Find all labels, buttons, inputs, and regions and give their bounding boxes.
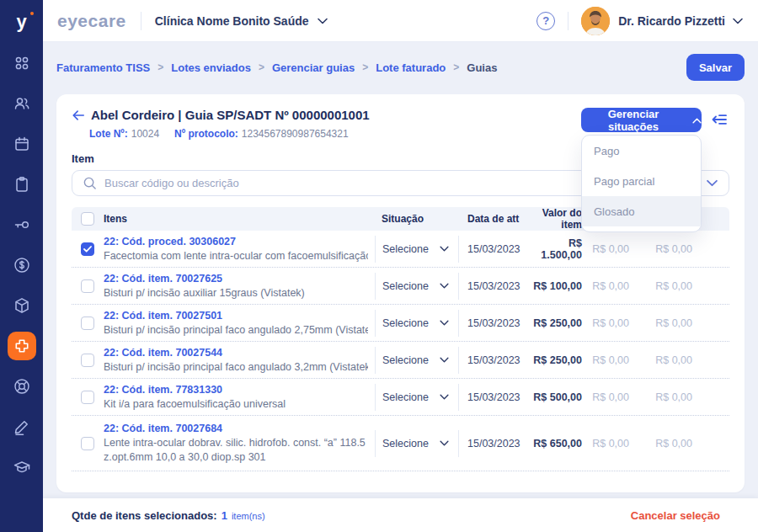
item-description: Bisturi p/ incisão principal faco angula…: [104, 360, 368, 375]
app-window: y: [0, 0, 758, 532]
topbar: eyecare Clínica Nome Bonito Saúde ? Dr. …: [43, 0, 758, 42]
item-description: Bisturi p/ incisão auxiliar 15graus (Vis…: [104, 286, 368, 301]
situation-select[interactable]: Selecione: [375, 273, 459, 300]
situation-option-glosado[interactable]: Glosado: [582, 196, 701, 226]
row-checkbox[interactable]: [81, 437, 94, 450]
sidebar-item-agenda[interactable]: [0, 124, 43, 164]
glossed-value: R$ 0,00: [641, 317, 729, 329]
chevron-down-icon: [440, 320, 449, 326]
glossed-value: R$ 0,00: [641, 280, 729, 292]
update-date: 15/03/2023: [459, 280, 531, 292]
row-checkbox[interactable]: [81, 279, 94, 293]
sidebar-item-records[interactable]: [0, 164, 43, 205]
save-button[interactable]: Salvar: [686, 54, 745, 81]
paid-value: R$ 0,00: [590, 317, 641, 329]
selected-count-value: 1: [222, 509, 227, 522]
sidebar-item-stock[interactable]: [0, 285, 43, 326]
items-table: Itens Situação Data de att Valor do item…: [72, 207, 729, 471]
table-row: 22: Cód. item. 70027501Bisturi p/ incisã…: [72, 305, 729, 342]
cancel-selection-link[interactable]: Cancelar seleção: [631, 509, 720, 522]
row-checkbox[interactable]: [81, 317, 94, 330]
lote-value: 10024: [131, 128, 159, 140]
chevron-down-icon: [440, 246, 449, 252]
situation-select[interactable]: Selecione: [375, 347, 459, 374]
glossed-value: R$ 0,00: [641, 354, 729, 366]
chevron-down-icon: [318, 18, 328, 24]
glossed-value: R$ 0,00: [641, 391, 729, 403]
sidebar-item-support[interactable]: [0, 366, 43, 407]
search-icon: [83, 176, 97, 190]
chevron-down-icon[interactable]: [707, 179, 718, 187]
update-date: 15/03/2023: [459, 391, 531, 403]
sidebar-item-billing-active[interactable]: [0, 326, 43, 366]
help-icon[interactable]: ?: [536, 12, 555, 30]
situation-select-value: Selecione: [382, 438, 429, 450]
breadcrumb-faturamento-tiss[interactable]: Faturamento TISS: [56, 61, 150, 74]
update-date: 15/03/2023: [459, 354, 531, 366]
breadcrumb-gerenciar-guias[interactable]: Gerenciar guias: [272, 61, 355, 74]
chevron-down-icon: [733, 18, 743, 24]
row-checkbox[interactable]: [81, 242, 94, 256]
item-value: R$ 500,00: [531, 391, 590, 403]
chevron-down-icon: [440, 440, 449, 446]
row-checkbox[interactable]: [81, 391, 94, 404]
manage-situations-button[interactable]: Gerenciar situações: [581, 108, 702, 132]
selection-footer: Qtde de itens selecionados: 1 item(ns) C…: [43, 498, 758, 532]
back-arrow-icon[interactable]: [72, 109, 85, 122]
support-lifebuoy-icon: [13, 377, 31, 396]
package-box-icon: [13, 296, 31, 315]
item-value: R$ 250,00: [531, 354, 590, 366]
breadcrumb-separator: >: [259, 61, 264, 73]
medical-cross-icon: [14, 338, 29, 354]
item-code: 22: Cód. item. 70027544: [104, 346, 368, 360]
chevron-down-icon: [440, 357, 449, 363]
update-date: 15/03/2023: [459, 438, 531, 450]
calendar-icon: [13, 135, 31, 153]
item-value: R$ 250,00: [531, 317, 590, 329]
breadcrumb-lotes-enviados[interactable]: Lotes enviados: [171, 61, 251, 74]
user-name: Dr. Ricardo Pizzetti: [618, 14, 725, 28]
selected-count-unit: item(ns): [232, 511, 265, 521]
topbar-divider: [568, 12, 568, 30]
page-title: Abel Cordeiro | Guia SP/SADT Nº 00000001…: [91, 108, 370, 122]
sidebar-item-academy[interactable]: [0, 447, 43, 487]
logo-accent-dot: [30, 12, 34, 15]
apps-grid-icon: [13, 54, 31, 72]
sidebar-item-patients[interactable]: [0, 83, 43, 124]
situation-select-value: Selecione: [382, 317, 429, 329]
select-all-checkbox[interactable]: [81, 212, 94, 226]
chevron-up-icon: [692, 114, 702, 126]
row-checkbox[interactable]: [81, 354, 94, 367]
sidebar-item-financial[interactable]: [0, 245, 43, 285]
breadcrumb-separator: >: [362, 61, 368, 73]
update-date: 15/03/2023: [459, 243, 531, 255]
situation-select[interactable]: Selecione: [375, 236, 459, 263]
item-code: 22: Cód. item. 70027501: [104, 309, 368, 323]
breadcrumb: Faturamento TISS > Lotes enviados > Gere…: [56, 61, 497, 74]
sidebar-item-edit[interactable]: [0, 407, 43, 447]
clipboard-icon: [13, 175, 31, 194]
col-header-itens: Itens: [104, 213, 375, 225]
clinic-selector[interactable]: Clínica Nome Bonito Saúde: [155, 14, 328, 28]
paid-value: R$ 0,00: [590, 438, 641, 450]
breadcrumb-lote-faturado[interactable]: Lote faturado: [376, 61, 446, 74]
situation-option-pago[interactable]: Pago: [582, 136, 701, 166]
sidebar-item-apps[interactable]: [0, 43, 43, 83]
situation-select[interactable]: Selecione: [375, 310, 459, 337]
situation-option-pago-parcial[interactable]: Pago parcial: [582, 166, 701, 196]
table-row: 22: Cód. item. 70027625Bisturi p/ incisã…: [72, 268, 729, 305]
paid-value: R$ 0,00: [590, 391, 641, 403]
app-logo[interactable]: y: [0, 0, 43, 43]
item-value: R$ 100,00: [531, 280, 590, 292]
chevron-down-icon: [440, 283, 449, 289]
situation-select[interactable]: Selecione: [375, 384, 459, 411]
situation-select-value: Selecione: [382, 280, 429, 292]
sidebar-item-exams[interactable]: [0, 205, 43, 245]
lote-label: Lote Nº:: [89, 128, 128, 140]
item-description: Facectomia com lente intra-ocular com fa…: [104, 249, 368, 263]
collapse-panel-icon[interactable]: [711, 112, 728, 130]
situation-select[interactable]: Selecione: [375, 430, 459, 457]
item-code: 22: Cód. item. 70027625: [104, 272, 368, 286]
paid-value: R$ 0,00: [590, 354, 641, 366]
user-menu[interactable]: Dr. Ricardo Pizzetti: [581, 7, 743, 35]
